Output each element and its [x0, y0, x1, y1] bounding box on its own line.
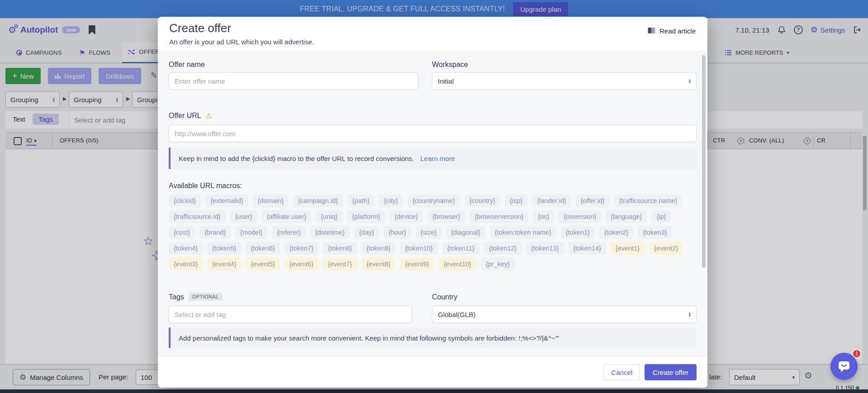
macro-chip[interactable]: {ip} — [651, 210, 671, 223]
chat-unread-badge: 1 — [852, 349, 861, 358]
tags-label: TagsOPTIONAL — [169, 293, 223, 301]
macro-chip[interactable]: {campaign.id} — [293, 194, 343, 207]
macro-chip[interactable]: {clickid} — [169, 194, 201, 207]
macro-chip[interactable]: {event9} — [400, 258, 434, 270]
macro-chip[interactable]: {countryname} — [408, 194, 460, 207]
offer-url-input[interactable] — [169, 125, 697, 142]
macro-chip[interactable]: {token:token name} — [490, 226, 556, 239]
clickid-note-text: Keep in mind to add the {clickid} macro … — [179, 155, 414, 162]
macro-chip[interactable]: {token7} — [285, 242, 318, 255]
tags-note: Add personalized tags to make your searc… — [169, 327, 697, 348]
macro-chip[interactable]: {path} — [347, 194, 375, 207]
macro-chip[interactable]: {diagonal} — [446, 226, 485, 239]
macro-chip[interactable]: {token1} — [561, 226, 595, 239]
macro-chip[interactable]: {token8} — [323, 242, 357, 255]
macro-chip[interactable]: {token14} — [569, 242, 606, 255]
workspace-label: Workspace — [432, 61, 468, 69]
country-label: Country — [432, 293, 457, 301]
country-value: Global(GLB) — [438, 311, 475, 318]
macro-chip[interactable]: {event7} — [323, 258, 357, 270]
create-offer-button[interactable]: Create offer — [645, 364, 697, 380]
macro-chip[interactable]: {brand} — [199, 226, 231, 239]
macro-chip[interactable]: {model} — [235, 226, 267, 239]
modal-scrollbar[interactable] — [702, 55, 706, 268]
tags-input[interactable] — [169, 306, 412, 323]
stepper-icon: ▴▾ — [688, 78, 691, 84]
modal-header: Create offer An offer is your ad URL whi… — [158, 17, 707, 51]
macro-chip[interactable]: {country} — [465, 194, 500, 207]
macros-label: Available URL macros: — [169, 182, 242, 190]
modal-subtitle: An offer is your ad URL which you will a… — [169, 38, 314, 46]
macro-chip[interactable]: {event4} — [207, 258, 241, 270]
macro-chip[interactable]: {os} — [533, 210, 554, 223]
macro-chip[interactable]: {token6} — [246, 242, 280, 255]
macro-chip[interactable]: {cost} — [169, 226, 195, 239]
macro-chip[interactable]: {externalid} — [205, 194, 248, 207]
macro-chip[interactable]: {datetime} — [310, 226, 350, 239]
macro-chip[interactable]: {affiliate.user} — [262, 210, 312, 223]
stepper-icon: ▴▾ — [688, 312, 691, 317]
modal-title: Create offer — [169, 21, 231, 35]
read-article-link[interactable]: Read article — [647, 27, 696, 35]
macro-chip[interactable]: {event10} — [439, 258, 476, 270]
macro-chip[interactable]: {city} — [379, 194, 403, 207]
macro-chip[interactable]: {event1} — [611, 242, 645, 255]
offer-name-label: Offer name — [169, 61, 205, 69]
modal-footer: Cancel Create offer — [158, 356, 707, 388]
read-article-label: Read article — [659, 27, 696, 35]
tags-note-text: Add personalized tags to make your searc… — [179, 334, 559, 342]
modal-body: Offer name Workspace Initial ▴▾ Offer UR… — [158, 51, 707, 356]
macro-chip[interactable]: {platform} — [347, 210, 385, 223]
macro-chip[interactable]: {event6} — [285, 258, 318, 270]
macro-chip[interactable]: {browser} — [427, 210, 465, 223]
warning-icon: ⚠ — [206, 112, 212, 119]
macro-chip[interactable]: {token13} — [526, 242, 564, 255]
macro-chip[interactable]: {uniq} — [316, 210, 342, 223]
macro-chip[interactable]: {token10} — [400, 242, 437, 255]
learn-more-link[interactable]: Learn more — [420, 155, 455, 162]
macro-chip[interactable]: {event2} — [649, 242, 683, 255]
macro-chip[interactable]: {day} — [354, 226, 379, 239]
macro-chip[interactable]: {referer} — [272, 226, 305, 239]
macro-chip[interactable]: {token11} — [442, 242, 479, 255]
macro-chip[interactable]: {lander.id} — [532, 194, 571, 207]
offer-name-input[interactable] — [169, 72, 418, 90]
macro-chip[interactable]: {hour} — [384, 226, 411, 239]
macro-chip[interactable]: {token3} — [638, 226, 672, 239]
clickid-note: Keep in mind to add the {clickid} macro … — [169, 147, 697, 169]
macro-chip[interactable]: {token4} — [169, 242, 203, 255]
chat-icon — [837, 360, 851, 373]
macro-chip[interactable]: {trafficsource.id} — [169, 210, 226, 223]
macro-chip[interactable]: {trafficsource.name} — [614, 194, 683, 207]
workspace-value: Initial — [438, 77, 454, 85]
country-select[interactable]: Global(GLB) ▴▾ — [432, 306, 697, 323]
macro-chip[interactable]: {offer.id} — [576, 194, 610, 207]
macro-chip[interactable]: {token12} — [484, 242, 522, 255]
create-offer-modal: Create offer An offer is your ad URL whi… — [158, 17, 707, 388]
cancel-button[interactable]: Cancel — [603, 364, 640, 380]
macro-chip[interactable]: {osversion} — [559, 210, 601, 223]
macro-chip[interactable]: {size} — [416, 226, 441, 239]
macro-chip[interactable]: {event5} — [246, 258, 280, 270]
macro-chip[interactable]: {token2} — [599, 226, 633, 239]
book-icon — [647, 27, 656, 35]
macro-chip[interactable]: {event8} — [361, 258, 395, 270]
offer-url-label: Offer URL⚠ — [169, 111, 212, 120]
macro-chip[interactable]: {token5} — [207, 242, 241, 255]
macro-chip[interactable]: {browserversion} — [470, 210, 528, 223]
macro-chip[interactable]: {event3} — [169, 258, 203, 270]
macro-chip[interactable]: {token9} — [361, 242, 395, 255]
macro-chip[interactable]: {isp} — [505, 194, 527, 207]
macro-chip[interactable]: {user} — [230, 210, 257, 223]
macro-chip[interactable]: {domain} — [253, 194, 289, 207]
macro-chip[interactable]: {pr_key} — [481, 258, 515, 270]
macro-chip[interactable]: {device} — [389, 210, 423, 223]
macro-chip[interactable]: {language} — [606, 210, 647, 223]
workspace-select[interactable]: Initial ▴▾ — [432, 72, 697, 90]
macros-list: {clickid}{externalid}{domain}{campaign.i… — [169, 194, 697, 270]
optional-badge: OPTIONAL — [189, 293, 223, 301]
